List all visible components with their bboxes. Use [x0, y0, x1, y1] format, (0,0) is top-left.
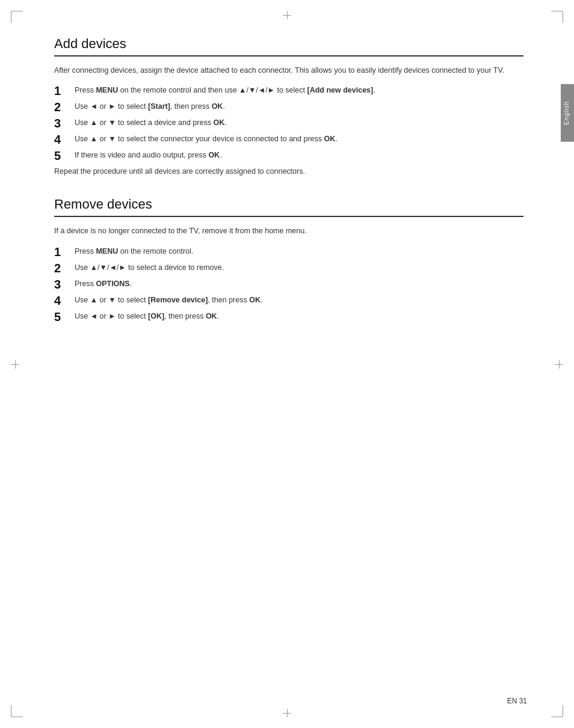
- remove-step-number-3: 3: [54, 277, 71, 292]
- corner-mark-bottom-right: [551, 705, 563, 717]
- step-number-5: 5: [54, 148, 71, 163]
- remove-step-4: 4 Use ▲ or ▼ to select [Remove device], …: [54, 295, 523, 308]
- add-step-3-text: Use ▲ or ▼ to select a device and press …: [75, 117, 523, 129]
- page: English EN 31 Add devices After connecti…: [0, 0, 574, 728]
- remove-step-5: 5 Use ◄ or ► to select [OK], then press …: [54, 311, 523, 324]
- step-number-3: 3: [54, 116, 71, 130]
- remove-step-number-2: 2: [54, 261, 71, 275]
- remove-step-number-4: 4: [54, 293, 71, 308]
- add-step-5: 5 If there is video and audio output, pr…: [54, 150, 523, 163]
- add-devices-steps: 1 Press MENU on the remote control and t…: [54, 85, 523, 163]
- remove-step-number-1: 1: [54, 245, 71, 259]
- remove-step-2: 2 Use ▲/▼/◄/► to select a device to remo…: [54, 262, 523, 275]
- remove-devices-steps: 1 Press MENU on the remote control. 2 Us…: [54, 246, 523, 324]
- add-step-4-text: Use ▲ or ▼ to select the connector your …: [75, 133, 523, 145]
- remove-step-4-text: Use ▲ or ▼ to select [Remove device], th…: [75, 295, 523, 306]
- corner-mark-top-right: [551, 11, 563, 23]
- crosshair-bottom: [283, 709, 291, 717]
- remove-step-number-5: 5: [54, 310, 71, 324]
- remove-step-1-text: Press MENU on the remote control.: [75, 246, 523, 257]
- remove-step-3: 3 Press OPTIONS.: [54, 278, 523, 292]
- add-step-1-text: Press MENU on the remote control and the…: [75, 85, 523, 96]
- step-number-1: 1: [54, 84, 71, 98]
- add-step-2: 2 Use ◄ or ► to select [Start], then pre…: [54, 101, 523, 114]
- add-step-1: 1 Press MENU on the remote control and t…: [54, 85, 523, 98]
- add-devices-repeat-note: Repeat the procedure until all devices a…: [54, 166, 523, 177]
- step-number-2: 2: [54, 100, 71, 114]
- remove-step-5-text: Use ◄ or ► to select [OK], then press OK…: [75, 311, 523, 322]
- add-devices-intro: After connecting devices, assign the dev…: [54, 65, 523, 76]
- remove-devices-section: Remove devices If a device is no longer …: [54, 197, 523, 323]
- crosshair-top: [283, 11, 291, 19]
- add-step-2-text: Use ◄ or ► to select [Start], then press…: [75, 101, 523, 112]
- main-content: Add devices After connecting devices, as…: [54, 36, 523, 324]
- corner-mark-top-left: [11, 11, 23, 23]
- add-step-4: 4 Use ▲ or ▼ to select the connector you…: [54, 133, 523, 147]
- page-number: EN 31: [507, 697, 527, 705]
- remove-step-1: 1 Press MENU on the remote control.: [54, 246, 523, 259]
- corner-mark-bottom-left: [11, 705, 23, 717]
- step-number-4: 4: [54, 132, 71, 147]
- remove-step-2-text: Use ▲/▼/◄/► to select a device to remove…: [75, 262, 523, 274]
- crosshair-left: [11, 360, 19, 369]
- add-step-3: 3 Use ▲ or ▼ to select a device and pres…: [54, 117, 523, 130]
- language-tab: English: [561, 84, 574, 142]
- remove-step-3-text: Press OPTIONS.: [75, 278, 523, 290]
- add-step-5-text: If there is video and audio output, pres…: [75, 150, 523, 161]
- add-devices-title: Add devices: [54, 36, 523, 57]
- remove-devices-title: Remove devices: [54, 197, 523, 217]
- remove-devices-intro: If a device is no longer connected to th…: [54, 225, 523, 237]
- crosshair-right: [555, 360, 563, 369]
